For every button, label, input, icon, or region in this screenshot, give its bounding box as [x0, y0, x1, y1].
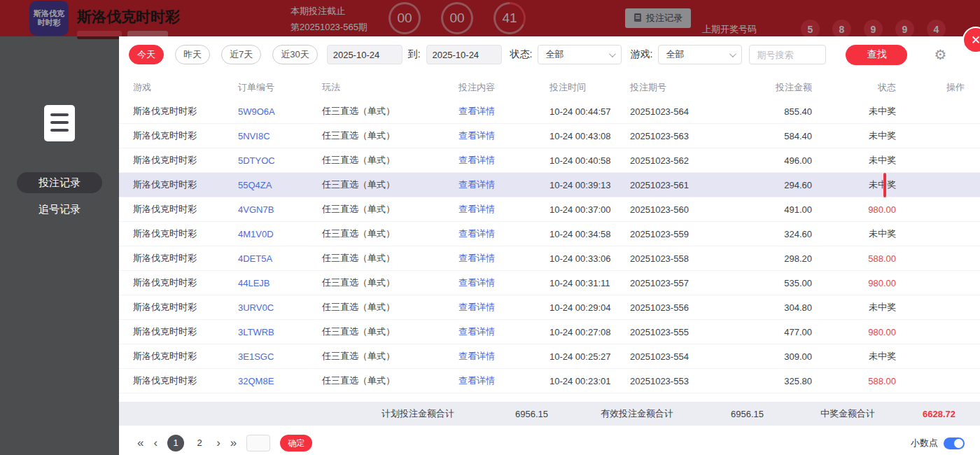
order-link[interactable]: 3E1SGC — [238, 351, 322, 362]
status-cell: 未中奖 — [812, 154, 896, 167]
order-link[interactable]: 4DET5A — [238, 253, 322, 264]
column-header-3: 投注内容 — [458, 81, 550, 94]
search-button[interactable]: 查找 — [846, 45, 907, 65]
last-page-button[interactable]: » — [230, 436, 237, 450]
gear-icon[interactable]: ⚙ — [934, 46, 946, 63]
sidebar-item-0[interactable]: 投注记录 — [17, 172, 102, 193]
win-total-label: 中奖金额合计 — [820, 407, 875, 420]
order-link[interactable]: 4M1V0D — [238, 229, 322, 239]
amount-cell: 535.00 — [735, 278, 812, 288]
quick-filter-2[interactable]: 近7天 — [221, 45, 261, 64]
page-button-1[interactable]: 1 — [167, 435, 184, 451]
table-row[interactable]: 斯洛伐克时时彩3URV0C任三直选（单式）查看详情10-24 00:29:042… — [119, 295, 980, 320]
table-row[interactable]: 斯洛伐克时时彩5NVI8C任三直选（单式）查看详情10-24 00:43:082… — [119, 124, 980, 148]
order-link[interactable]: 55Q4ZA — [238, 180, 322, 190]
time-cell: 10-24 00:44:57 — [550, 106, 630, 117]
quick-filters: 今天昨天近7天近30天 — [129, 45, 318, 64]
page-jump-input[interactable] — [246, 435, 270, 451]
next-page-button[interactable]: › — [216, 436, 220, 450]
play-cell: 任三直选（单式） — [322, 374, 458, 387]
table-row[interactable]: 斯洛伐克时时彩55Q4ZA任三直选（单式）查看详情10-24 00:39:132… — [119, 173, 980, 197]
summary-bar: 计划投注金额合计 6956.15 有效投注金额合计 6956.15 中奖金额合计… — [119, 402, 980, 426]
play-cell: 任三直选（单式） — [322, 301, 458, 314]
column-header-8: 操作 — [896, 81, 965, 94]
play-cell: 任三直选（单式） — [322, 326, 458, 338]
scrollbar-thumb[interactable] — [883, 173, 886, 197]
table-body: 斯洛伐克时时彩5W9O6A任三直选（单式）查看详情10-24 00:44:572… — [119, 99, 980, 393]
play-cell: 任三直选（单式） — [322, 252, 458, 265]
date-from-input[interactable] — [327, 45, 402, 64]
period-search-input[interactable] — [749, 45, 826, 64]
chevron-down-icon — [609, 50, 616, 57]
play-cell: 任三直选（单式） — [322, 203, 458, 216]
amount-cell: 304.80 — [735, 302, 812, 313]
sidebar-item-1[interactable]: 追号记录 — [17, 199, 102, 220]
status-select[interactable]: 全部 — [538, 45, 622, 64]
detail-link[interactable]: 查看详情 — [458, 105, 550, 118]
confirm-button[interactable]: 确定 — [280, 435, 312, 451]
page-button-2[interactable]: 2 — [191, 435, 208, 451]
table-row[interactable]: 斯洛伐克时时彩4DET5A任三直选（单式）查看详情10-24 00:33:062… — [119, 246, 980, 271]
first-page-button[interactable]: « — [137, 436, 144, 450]
status-cell: 未中奖 — [812, 130, 896, 142]
game-select[interactable]: 全部 — [658, 45, 742, 64]
game-cell: 斯洛伐克时时彩 — [133, 203, 238, 216]
detail-link[interactable]: 查看详情 — [458, 154, 550, 167]
order-link[interactable]: 5DTYOC — [238, 155, 322, 166]
order-link[interactable]: 5NVI8C — [238, 131, 322, 141]
table-row[interactable]: 斯洛伐克时时彩5DTYOC任三直选（单式）查看详情10-24 00:40:582… — [119, 148, 980, 173]
game-cell: 斯洛伐克时时彩 — [133, 130, 238, 142]
play-cell: 任三直选（单式） — [322, 130, 458, 142]
status-cell: 未中奖 — [812, 105, 896, 118]
date-to-input[interactable] — [426, 45, 502, 64]
status-label: 状态: — [510, 48, 533, 61]
table-header: 游戏订单编号玩法投注内容投注时间投注期号投注金额状态操作 — [119, 76, 980, 99]
detail-link[interactable]: 查看详情 — [458, 130, 550, 142]
detail-link[interactable]: 查看详情 — [458, 227, 550, 240]
status-cell: 588.00 — [812, 253, 896, 264]
table-row[interactable]: 斯洛伐克时时彩3E1SGC任三直选（单式）查看详情10-24 00:25:272… — [119, 344, 980, 369]
table-row[interactable]: 斯洛伐克时时彩4M1V0D任三直选（单式）查看详情10-24 00:34:582… — [119, 222, 980, 246]
time-cell: 10-24 00:23:01 — [550, 376, 630, 386]
detail-link[interactable]: 查看详情 — [458, 252, 550, 265]
quick-filter-1[interactable]: 昨天 — [175, 45, 210, 64]
quick-filter-0[interactable]: 今天 — [129, 45, 164, 64]
table-row[interactable]: 斯洛伐克时时彩32QM8E任三直选（单式）查看详情10-24 00:23:012… — [119, 369, 980, 393]
table-row[interactable]: 斯洛伐克时时彩3LTWRB任三直选（单式）查看详情10-24 00:27:082… — [119, 320, 980, 344]
detail-link[interactable]: 查看详情 — [458, 374, 550, 387]
detail-link[interactable]: 查看详情 — [458, 326, 550, 338]
page-numbers: 12 — [167, 435, 208, 451]
order-link[interactable]: 3URV0C — [238, 302, 322, 313]
table-row[interactable]: 斯洛伐克时时彩44LEJB任三直选（单式）查看详情10-24 00:31:112… — [119, 271, 980, 295]
period-cell: 20251023-559 — [630, 229, 735, 239]
game-label: 游戏: — [630, 48, 652, 61]
period-cell: 20251023-558 — [630, 253, 735, 264]
detail-link[interactable]: 查看详情 — [458, 203, 550, 216]
game-cell: 斯洛伐克时时彩 — [133, 276, 238, 289]
order-link[interactable]: 3LTWRB — [238, 327, 322, 337]
prev-page-button[interactable]: ‹ — [153, 436, 158, 450]
game-cell: 斯洛伐克时时彩 — [133, 350, 238, 363]
amount-cell: 309.00 — [735, 351, 812, 362]
detail-link[interactable]: 查看详情 — [458, 350, 550, 363]
toggle-knob — [954, 439, 963, 448]
decimal-toggle[interactable] — [944, 438, 965, 449]
status-select-value: 全部 — [545, 48, 564, 61]
play-cell: 任三直选（单式） — [322, 276, 458, 289]
detail-link[interactable]: 查看详情 — [458, 276, 550, 289]
quick-filter-3[interactable]: 近30天 — [272, 45, 317, 64]
period-cell: 20251023-555 — [630, 327, 735, 337]
order-link[interactable]: 32QM8E — [238, 376, 322, 386]
table-row[interactable]: 斯洛伐克时时彩5W9O6A任三直选（单式）查看详情10-24 00:44:572… — [119, 99, 980, 124]
detail-link[interactable]: 查看详情 — [458, 178, 550, 191]
time-cell: 10-24 00:37:00 — [550, 204, 630, 215]
order-link[interactable]: 4VGN7B — [238, 204, 322, 215]
time-cell: 10-24 00:25:27 — [550, 351, 630, 362]
order-link[interactable]: 5W9O6A — [238, 106, 322, 117]
close-icon: ✕ — [971, 33, 980, 48]
order-link[interactable]: 44LEJB — [238, 278, 322, 288]
pagination: « ‹ 12 › » 确定 小数点 — [119, 433, 980, 454]
table-row[interactable]: 斯洛伐克时时彩4VGN7B任三直选（单式）查看详情10-24 00:37:002… — [119, 197, 980, 222]
amount-cell: 477.00 — [735, 327, 812, 337]
detail-link[interactable]: 查看详情 — [458, 301, 550, 314]
